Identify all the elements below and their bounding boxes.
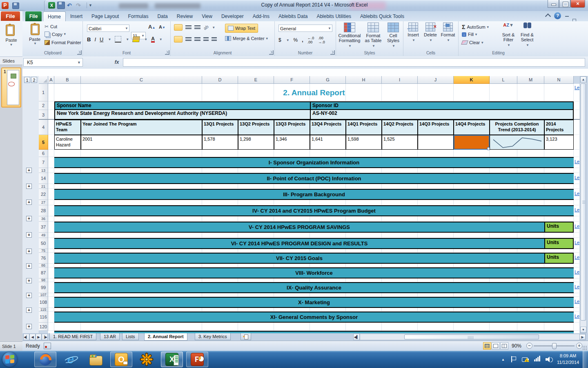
- column-header-C[interactable]: C: [81, 76, 202, 84]
- tab-formulas[interactable]: Formulas: [123, 11, 153, 21]
- format-painter-button[interactable]: Format Painter: [45, 40, 81, 45]
- scroll-up-icon[interactable]: ▲: [580, 76, 586, 83]
- normal-view-icon[interactable]: [483, 342, 491, 350]
- prev-sheet-icon[interactable]: ◀: [29, 334, 36, 340]
- header-2014-projects[interactable]: 2014 Projects: [544, 120, 574, 135]
- clipboard-dialog-launcher[interactable]: [77, 50, 82, 55]
- accounting-arrow[interactable]: ▼: [286, 38, 290, 42]
- header-13q4[interactable]: 13Q4 Projects: [310, 120, 346, 135]
- taskbar-explorer-icon[interactable]: [85, 352, 107, 367]
- row-header-27[interactable]: 27: [39, 200, 48, 205]
- section-bar-108[interactable]: X- Marketing: [54, 297, 574, 308]
- header-14q2[interactable]: 14Q2 Projects: [382, 120, 418, 135]
- network-signal-icon[interactable]: [534, 356, 541, 363]
- units-cell-50[interactable]: Units: [544, 238, 574, 249]
- taskbar-ie-icon[interactable]: e: [60, 352, 82, 367]
- row-header-86[interactable]: 86: [39, 264, 48, 267]
- tab-view[interactable]: View: [197, 11, 217, 21]
- zoom-in-icon[interactable]: +: [576, 343, 582, 349]
- outline-expand-button[interactable]: +: [26, 278, 32, 283]
- borders-icon[interactable]: [115, 36, 121, 43]
- tab-add-ins[interactable]: Add-Ins: [248, 11, 274, 21]
- horizontal-scroll-thumb[interactable]: [404, 334, 539, 339]
- wrap-text-button[interactable]: Wrap Text: [225, 24, 258, 33]
- tab-ablebits-quick-tools[interactable]: Ablebits Quick Tools: [356, 11, 409, 21]
- sheet-tab-2-annual-report[interactable]: 2. Annual Report: [144, 333, 187, 341]
- number-format-combo[interactable]: General▼: [278, 25, 332, 32]
- section-bar-50[interactable]: VI- CY 2014 HPwES PROGRAM DESIGN and RES…: [54, 238, 544, 249]
- align-left-icon[interactable]: [174, 36, 183, 43]
- tab-file[interactable]: File: [25, 11, 42, 21]
- close-button[interactable]: ×: [570, 0, 585, 8]
- number-dialog-launcher[interactable]: [330, 50, 335, 55]
- row-header-22[interactable]: 22: [39, 189, 48, 200]
- percent-style-icon[interactable]: %: [294, 37, 298, 43]
- paste-button[interactable]: Paste ▼: [27, 23, 43, 45]
- taskbar-firefox-icon[interactable]: [34, 352, 56, 367]
- header-13q3[interactable]: 13Q3 Projects: [274, 120, 310, 135]
- font-name-combo[interactable]: Calibri▼: [87, 25, 129, 32]
- row-header-99[interactable]: 99: [39, 282, 48, 293]
- row-header-28[interactable]: 28: [39, 205, 48, 216]
- copy-button[interactable]: Copy▼: [45, 31, 67, 37]
- tab-home[interactable]: Home: [43, 11, 66, 22]
- column-header-M[interactable]: M: [517, 76, 544, 84]
- alignment-dialog-launcher[interactable]: [269, 50, 274, 55]
- select-all-corner[interactable]: [39, 76, 48, 84]
- row-header-98[interactable]: 98: [39, 278, 48, 282]
- sponsor-name-cell[interactable]: New York State Energy Research and Devel…: [54, 109, 311, 120]
- restore-button[interactable]: [559, 0, 570, 8]
- align-middle-icon[interactable]: [185, 25, 192, 29]
- slides-panel-tab[interactable]: Slides: [0, 57, 22, 65]
- units-cell-76[interactable]: Units: [544, 253, 574, 264]
- row-header-5[interactable]: 5: [39, 135, 48, 150]
- tab-ablebits-data[interactable]: Ablebits Data: [274, 11, 312, 21]
- font-color-arrow[interactable]: ▼: [159, 38, 163, 41]
- column-header-B[interactable]: B: [54, 76, 81, 84]
- zoom-out-icon[interactable]: −: [526, 343, 532, 349]
- powerpoint-paste-button[interactable]: Paste: [0, 38, 22, 43]
- undo-icon[interactable]: ↶: [67, 2, 74, 9]
- row-header-116[interactable]: 116: [39, 312, 48, 323]
- insert-worksheet-icon[interactable]: ✦: [241, 333, 251, 340]
- workbook-minimize-icon[interactable]: [564, 13, 570, 18]
- column-header-L[interactable]: L: [490, 76, 517, 84]
- sort-filter-button[interactable]: AZ▼ Sort &Filter▼: [499, 22, 517, 47]
- resize-grip[interactable]: [582, 346, 587, 350]
- name-box[interactable]: K5▼: [23, 58, 83, 67]
- hidden-icons-arrow[interactable]: ▲: [501, 358, 505, 361]
- column-header-I[interactable]: I: [382, 76, 418, 84]
- cell-13q4[interactable]: 1,641: [310, 135, 346, 150]
- cell-team[interactable]: Caroline Hazard: [54, 135, 81, 150]
- qat-customize-arrow[interactable]: ▼: [89, 2, 92, 9]
- row-header-3[interactable]: 3: [39, 110, 48, 120]
- increase-indent-icon[interactable]: [212, 37, 217, 41]
- underline-arrow[interactable]: ▼: [108, 38, 111, 41]
- tab-developer[interactable]: Developer: [217, 11, 248, 21]
- sheet-tab-1-read-me-first[interactable]: 1. READ ME FIRST: [49, 333, 96, 340]
- fill-color-icon[interactable]: [132, 36, 140, 42]
- section-bar-37[interactable]: V- CY 2014 HPwES PROGRAM SAVINGS: [54, 222, 544, 233]
- accounting-format-icon[interactable]: $: [278, 37, 281, 43]
- vertical-scroll-thumb[interactable]: [581, 83, 586, 321]
- font-color-icon[interactable]: A: [151, 36, 155, 43]
- header-14q1[interactable]: 14Q1 Projects: [346, 120, 382, 135]
- column-header-A[interactable]: A: [48, 76, 54, 84]
- row-header-36[interactable]: 36: [39, 216, 48, 222]
- outline-expand-button[interactable]: +: [26, 307, 32, 313]
- section-bar-14[interactable]: II- Point of Contact (POC) Information: [54, 173, 574, 184]
- outline-expand-button[interactable]: +: [26, 324, 32, 329]
- bold-icon[interactable]: B: [87, 36, 91, 43]
- section-bar-7[interactable]: I- Sponsor Organization Information: [54, 157, 574, 168]
- cell-14q4-selected[interactable]: [454, 135, 490, 150]
- decrease-decimal-icon[interactable]: .00→.0: [318, 36, 325, 44]
- tab-data[interactable]: Data: [153, 11, 172, 21]
- column-header-K[interactable]: K: [454, 76, 490, 84]
- section-bar-28[interactable]: IV- CY 2014 and CY2015 HPwES Program Bud…: [54, 205, 574, 216]
- sponsor-name-header-cell[interactable]: Sponsor Name: [54, 101, 311, 110]
- merge-center-button[interactable]: Merge & Center▼: [225, 36, 269, 41]
- taskbar-clock[interactable]: 8:09 AM 11/12/2014: [554, 352, 582, 366]
- taskbar-powerpoint-icon[interactable]: P: [186, 352, 208, 367]
- taskbar-outlook-icon[interactable]: O: [110, 352, 132, 367]
- row-header-6[interactable]: 6: [39, 150, 48, 157]
